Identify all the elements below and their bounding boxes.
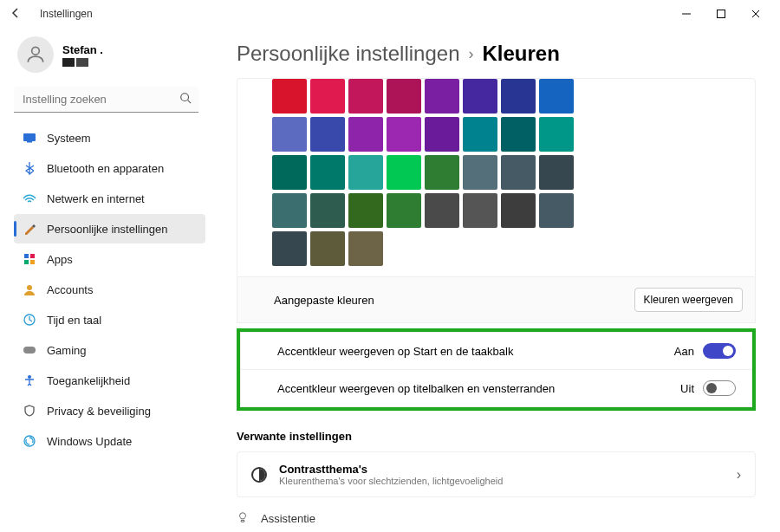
color-swatch[interactable] [539, 79, 574, 114]
color-swatch[interactable] [539, 155, 574, 190]
color-swatch[interactable] [425, 155, 459, 190]
color-swatch[interactable] [425, 193, 459, 228]
color-swatch[interactable] [463, 193, 497, 228]
accent-title-toggle[interactable] [703, 380, 736, 396]
sidebar-item-accessibility[interactable]: Toegankelijkheid [14, 366, 205, 395]
user-name: Stefan . [62, 43, 103, 56]
search-input[interactable] [14, 87, 198, 113]
sidebar-item-time[interactable]: Tijd en taal [14, 305, 205, 334]
color-swatch[interactable] [539, 193, 574, 228]
contrast-icon [251, 467, 267, 483]
color-swatch[interactable] [425, 117, 459, 152]
color-swatch[interactable] [463, 155, 497, 190]
user-theme-chips [62, 58, 103, 67]
sidebar-item-update[interactable]: Windows Update [14, 426, 205, 456]
sidebar-item-bluetooth[interactable]: Bluetooth en apparaten [14, 153, 205, 183]
accent-title-label: Accentkleur weergeven op titelbalken en … [277, 382, 555, 395]
contrast-themes-card[interactable]: Contrastthema's Kleurenthema's voor slec… [237, 451, 756, 497]
color-swatch[interactable] [463, 117, 497, 152]
color-swatch[interactable] [272, 155, 307, 190]
color-swatch[interactable] [463, 79, 497, 114]
color-swatch[interactable] [501, 155, 536, 190]
color-palette-panel [237, 78, 756, 277]
svg-rect-1 [718, 10, 725, 18]
color-swatch[interactable] [272, 79, 307, 114]
sidebar-item-label: Persoonlijke instellingen [47, 223, 167, 236]
minimize-button[interactable] [669, 2, 704, 26]
window-title: Instellingen [40, 8, 93, 20]
sidebar-item-label: Privacy & beveiliging [47, 405, 151, 418]
sidebar: Stefan . SysteemBluetooth en apparatenNe… [0, 28, 212, 532]
svg-line-4 [188, 101, 192, 104]
sidebar-item-apps[interactable]: Apps [14, 244, 205, 274]
search-icon [179, 92, 192, 107]
color-swatch[interactable] [501, 117, 536, 152]
accent-start-label: Accentkleur weergeven op Start en de taa… [277, 345, 513, 358]
nav: SysteemBluetooth en apparatenNetwerk en … [14, 123, 205, 456]
sidebar-item-label: Windows Update [47, 435, 132, 448]
color-swatch[interactable] [310, 155, 345, 190]
chevron-right-icon: › [468, 45, 473, 63]
accent-title-row: Accentkleur weergeven op titelbalken en … [240, 370, 752, 407]
sidebar-item-accounts[interactable]: Accounts [14, 275, 205, 304]
sidebar-item-personalize[interactable]: Persoonlijke instellingen [14, 214, 205, 243]
user-block[interactable]: Stefan . [14, 33, 212, 83]
personalize-icon [23, 222, 36, 236]
color-swatch[interactable] [272, 193, 307, 228]
color-swatch[interactable] [348, 117, 383, 152]
accent-start-toggle[interactable] [703, 343, 736, 359]
svg-point-14 [28, 375, 31, 379]
color-swatch[interactable] [348, 155, 383, 190]
titlebar: Instellingen [0, 0, 780, 28]
color-swatch[interactable] [501, 193, 536, 228]
network-icon [23, 191, 36, 205]
sidebar-item-privacy[interactable]: Privacy & beveiliging [14, 396, 205, 425]
assist-link[interactable]: Assistentie [237, 511, 756, 526]
breadcrumb-parent[interactable]: Persoonlijke instellingen [237, 42, 459, 66]
color-swatch[interactable] [310, 117, 345, 152]
search-box[interactable] [14, 87, 198, 113]
color-swatch[interactable] [387, 193, 421, 228]
svg-point-3 [181, 94, 189, 101]
svg-rect-10 [30, 260, 35, 264]
view-colors-button[interactable]: Kleuren weergeven [634, 288, 743, 312]
color-swatch[interactable] [387, 79, 421, 114]
color-swatch[interactable] [272, 117, 307, 152]
settings-window: Instellingen Stefan . [0, 0, 780, 532]
sidebar-item-network[interactable]: Netwerk en internet [14, 184, 205, 213]
color-swatch[interactable] [310, 231, 345, 266]
color-swatch[interactable] [501, 79, 536, 114]
maximize-button[interactable] [704, 2, 738, 26]
color-swatch[interactable] [539, 117, 574, 152]
svg-rect-8 [30, 254, 35, 258]
color-swatch[interactable] [387, 117, 421, 152]
time-icon [23, 313, 36, 327]
footer-links: Assistentie Feedback geven [237, 511, 756, 532]
sidebar-item-gaming[interactable]: Gaming [14, 335, 205, 365]
color-swatch[interactable] [425, 79, 459, 114]
svg-rect-7 [24, 254, 29, 258]
svg-rect-6 [27, 141, 32, 143]
svg-rect-9 [24, 260, 29, 264]
color-swatch[interactable] [272, 231, 307, 266]
assist-icon [237, 511, 250, 526]
breadcrumb: Persoonlijke instellingen › Kleuren [237, 42, 756, 66]
color-swatch[interactable] [310, 193, 345, 228]
sidebar-item-label: Tijd en taal [47, 314, 101, 327]
back-button[interactable] [7, 7, 24, 22]
avatar [17, 36, 54, 73]
color-swatch[interactable] [348, 79, 383, 114]
color-swatch[interactable] [348, 193, 383, 228]
color-swatch[interactable] [348, 231, 383, 266]
accent-title-state: Uit [680, 382, 694, 395]
svg-point-2 [32, 47, 40, 55]
sidebar-item-label: Apps [47, 253, 73, 266]
sidebar-item-system[interactable]: Systeem [14, 123, 205, 152]
custom-colors-row: Aangepaste kleuren Kleuren weergeven [237, 277, 756, 323]
close-button[interactable] [738, 2, 773, 26]
color-swatch[interactable] [310, 79, 345, 114]
privacy-icon [23, 404, 36, 418]
contrast-sub: Kleurenthema's voor slechtzienden, licht… [279, 476, 503, 486]
color-swatch[interactable] [387, 155, 421, 190]
svg-rect-5 [23, 133, 36, 141]
